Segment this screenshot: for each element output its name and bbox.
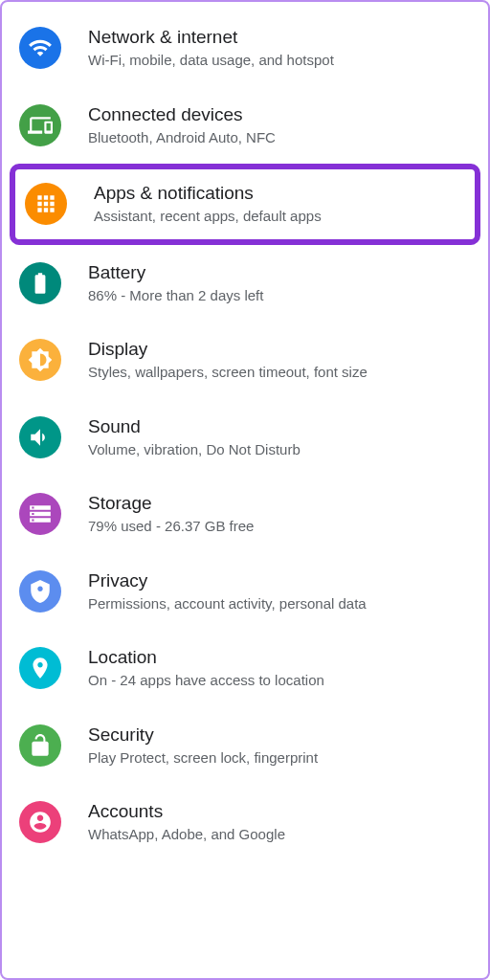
account-icon [19,801,61,843]
settings-item-title: Accounts [88,801,285,822]
apps-icon [25,183,67,225]
settings-item-location[interactable]: Location On - 24 apps have access to loc… [2,630,488,707]
settings-item-connected[interactable]: Connected devices Bluetooth, Android Aut… [2,87,488,165]
settings-item-subtitle: Volume, vibration, Do Not Disturb [88,440,301,459]
devices-icon [19,104,61,146]
settings-item-sound[interactable]: Sound Volume, vibration, Do Not Disturb [2,399,488,477]
settings-item-title: Sound [88,416,301,437]
privacy-icon [19,570,61,612]
location-icon [19,647,61,689]
settings-item-privacy[interactable]: Privacy Permissions, account activity, p… [2,553,488,631]
settings-item-title: Privacy [88,570,367,591]
settings-item-storage[interactable]: Storage 79% used - 26.37 GB free [2,476,488,553]
settings-item-title: Apps & notifications [94,183,322,204]
settings-list: Network & internet Wi-Fi, mobile, data u… [2,10,488,861]
settings-item-title: Display [88,339,368,360]
settings-item-title: Battery [88,262,263,283]
settings-item-security[interactable]: Security Play Protect, screen lock, fing… [2,707,488,785]
settings-item-display[interactable]: Display Styles, wallpapers, screen timeo… [2,322,488,399]
settings-item-apps[interactable]: Apps & notifications Assistant, recent a… [10,164,480,245]
wifi-icon [19,27,61,69]
battery-icon [19,262,61,304]
settings-item-subtitle: Permissions, account activity, personal … [88,594,367,613]
settings-item-subtitle: WhatsApp, Adobe, and Google [88,825,285,844]
settings-item-network[interactable]: Network & internet Wi-Fi, mobile, data u… [2,10,488,87]
settings-item-subtitle: Bluetooth, Android Auto, NFC [88,128,276,147]
storage-icon [19,493,61,535]
lock-icon [19,724,61,767]
settings-item-title: Security [88,724,318,746]
settings-item-title: Network & internet [88,27,334,48]
settings-item-subtitle: On - 24 apps have access to location [88,671,324,690]
settings-item-title: Storage [88,493,254,514]
settings-item-subtitle: 86% - More than 2 days left [88,286,263,305]
sound-icon [19,416,61,458]
settings-item-accounts[interactable]: Accounts WhatsApp, Adobe, and Google [2,784,488,861]
settings-item-title: Connected devices [88,104,276,125]
settings-item-title: Location [88,647,324,668]
brightness-icon [19,339,61,381]
settings-item-subtitle: 79% used - 26.37 GB free [88,517,254,536]
settings-item-battery[interactable]: Battery 86% - More than 2 days left [2,245,488,323]
settings-item-subtitle: Styles, wallpapers, screen timeout, font… [88,363,368,382]
settings-item-subtitle: Wi-Fi, mobile, data usage, and hotspot [88,51,334,70]
settings-item-subtitle: Assistant, recent apps, default apps [94,207,322,226]
settings-item-subtitle: Play Protect, screen lock, fingerprint [88,748,318,768]
